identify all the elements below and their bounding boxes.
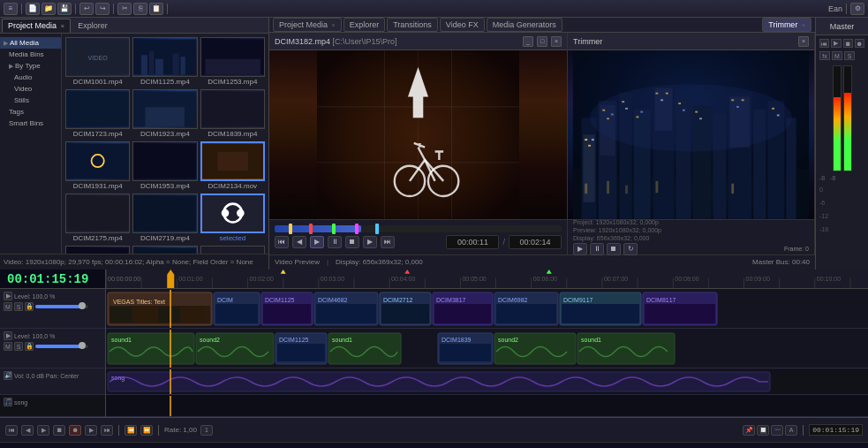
master-prev-btn[interactable]: ⏮ <box>819 39 829 48</box>
list-item[interactable]: DCIM1723.mp4 <box>65 89 130 139</box>
tab-trimmer-close-icon[interactable]: × <box>802 22 805 28</box>
open-btn[interactable]: 📁 <box>42 3 56 15</box>
tab-trimmer[interactable]: Trimmer × <box>762 18 811 32</box>
play-btn[interactable]: ▶ <box>310 236 324 248</box>
track-volume-slider[interactable] <box>35 305 88 308</box>
tl-next-btn[interactable]: ▶ <box>85 425 97 436</box>
scrub-bar[interactable] <box>275 225 562 232</box>
timeline-ruler-area[interactable]: 00:00:00:00 00:01:00 00:02:00 00:03:00 0… <box>106 270 868 288</box>
tree-media-bins[interactable]: Media Bins <box>0 49 61 60</box>
undo-btn[interactable]: ↩ <box>79 3 94 15</box>
track-solo-btn[interactable]: S <box>14 302 23 311</box>
song-track-svg[interactable] <box>106 396 868 416</box>
track2-expand-btn[interactable]: ▶ <box>4 331 12 340</box>
track2-slider-thumb[interactable] <box>79 342 86 349</box>
tab-explorer-sub[interactable]: Explorer <box>343 18 386 32</box>
trimmer-play-btn[interactable]: ▶ <box>573 243 587 255</box>
new-btn[interactable]: 📄 <box>26 3 40 15</box>
song-expand-btn[interactable]: 🎵 <box>4 398 12 406</box>
preview-close-btn[interactable]: × <box>551 36 562 47</box>
list-item[interactable]: 🎵 song.mp3 <box>200 246 265 254</box>
tree-smart-bins[interactable]: Smart Bins <box>0 118 61 129</box>
preview-minimize-btn[interactable]: _ <box>523 36 533 47</box>
tl-auto-btn[interactable]: A <box>785 425 797 436</box>
tl-rate-btn[interactable]: 1 <box>200 425 213 436</box>
tree-stills[interactable]: Stills <box>0 95 61 106</box>
track-mute-btn[interactable]: M <box>4 302 12 311</box>
tab-close-icon[interactable]: × <box>332 22 336 28</box>
video-track2-svg[interactable]: sound1 sound2 DCIM1125 sound1 <box>106 330 868 368</box>
save-btn[interactable]: 💾 <box>57 3 72 15</box>
go-start-btn[interactable]: ⏮ <box>275 236 289 248</box>
tab-media-generators[interactable]: Media Generators <box>487 18 562 32</box>
list-item[interactable]: DCIM2917.mov <box>65 246 130 254</box>
tab-transitions[interactable]: Transitions <box>387 18 438 32</box>
tl-stop-btn[interactable]: ⏹ <box>53 425 65 436</box>
master-mute-btn[interactable]: M <box>832 51 842 60</box>
stop-btn[interactable]: ⏹ <box>345 236 359 248</box>
track2-volume-slider[interactable] <box>35 345 88 348</box>
pause-btn[interactable]: ⏸ <box>328 236 342 248</box>
trimmer-pause-btn[interactable]: ⏸ <box>590 243 604 255</box>
tab-project-media[interactable]: Project Media × <box>2 19 71 33</box>
tl-go-end-btn[interactable]: ⏭ <box>101 425 113 436</box>
go-end-btn[interactable]: ⏭ <box>381 236 395 248</box>
tl-prev-btn[interactable]: ◀ <box>21 425 34 436</box>
list-item[interactable]: DCIM3182.mov <box>132 246 197 254</box>
list-item[interactable]: DCIM1253.mp4 <box>200 37 265 87</box>
tl-play-btn[interactable]: ▶ <box>37 425 49 436</box>
tree-tags[interactable]: Tags <box>0 106 61 118</box>
settings-btn[interactable]: ⚙ <box>850 3 864 15</box>
master-solo-btn[interactable]: S <box>844 51 855 60</box>
master-fx-btn[interactable]: fx <box>819 51 830 60</box>
track2-lock-btn[interactable]: 🔒 <box>25 342 34 351</box>
tl-go-start-btn[interactable]: ⏮ <box>5 425 18 436</box>
list-item[interactable]: DCIM1953.mp4 <box>132 141 197 191</box>
track2-mute-btn[interactable]: M <box>4 342 12 351</box>
trimmer-loop-btn[interactable]: ↻ <box>623 243 638 255</box>
video-track1-svg[interactable]: VEGAS Titles: Text DCIM DCIM1125 <box>106 290 868 328</box>
list-item[interactable]: VIDEO DCIM1001.mp4 <box>65 37 130 87</box>
list-item[interactable]: selected <box>200 194 265 243</box>
next-frame-btn[interactable]: ▶ <box>363 236 377 248</box>
redo-btn[interactable]: ↪ <box>95 3 109 15</box>
master-play-btn[interactable]: ▶ <box>831 39 841 48</box>
trimmer-close-btn[interactable]: × <box>798 36 809 47</box>
tree-audio[interactable]: Audio <box>0 72 61 83</box>
tab-project-media-sub[interactable]: Project Media × <box>273 18 342 32</box>
track-slider-thumb[interactable] <box>79 302 86 309</box>
track-expand-btn[interactable]: ▶ <box>4 292 12 300</box>
list-item[interactable]: DCIM2134.mov <box>200 141 265 191</box>
menu-btn[interactable]: ≡ <box>4 3 18 15</box>
list-item[interactable]: DCIM2175.mp4 <box>65 194 130 243</box>
list-item[interactable]: DCIM1839.mp4 <box>200 89 265 139</box>
tree-by-type[interactable]: ▶ By Type <box>0 60 61 72</box>
tree-video[interactable]: Video <box>0 83 61 95</box>
tl-ffw-btn[interactable]: ⏩ <box>140 425 153 436</box>
track-lock-btn[interactable]: 🔒 <box>25 302 34 311</box>
master-rec-btn[interactable]: ⏺ <box>855 39 864 48</box>
tl-record-btn[interactable]: ⏺ <box>69 425 81 436</box>
list-item[interactable]: DCIM2719.mp4 <box>132 194 197 243</box>
tl-ripple-btn[interactable]: 〰 <box>771 425 783 436</box>
audio-track-svg[interactable]: song <box>106 369 868 394</box>
list-item[interactable]: DCIM1923.mp4 <box>132 89 197 139</box>
list-item[interactable]: DCIM1125.mp4 <box>132 37 197 87</box>
list-item[interactable]: DCIM1931.mp4 <box>65 141 130 191</box>
audio-track-btn[interactable]: 🔊 <box>4 371 12 380</box>
tree-all-media[interactable]: ▶ All Media <box>0 37 61 49</box>
preview-max-btn[interactable]: □ <box>537 36 547 47</box>
copy-btn[interactable]: ⎘ <box>133 3 147 15</box>
tab-close-icon[interactable]: × <box>61 22 65 30</box>
tl-snap-btn[interactable]: 🔲 <box>757 425 769 436</box>
cut-btn[interactable]: ✂ <box>117 3 132 15</box>
tl-rew-btn[interactable]: ⏪ <box>125 425 137 436</box>
track2-solo-btn[interactable]: S <box>14 342 23 351</box>
prev-frame-btn[interactable]: ◀ <box>292 236 306 248</box>
master-stop-btn[interactable]: ⏹ <box>843 39 853 48</box>
tab-video-fx[interactable]: Video FX <box>440 18 485 32</box>
tab-explorer[interactable]: Explorer <box>72 19 114 33</box>
tl-marker-btn[interactable]: 📌 <box>743 425 755 436</box>
paste-btn[interactable]: 📋 <box>149 3 163 15</box>
trimmer-stop-btn[interactable]: ⏹ <box>607 243 621 255</box>
